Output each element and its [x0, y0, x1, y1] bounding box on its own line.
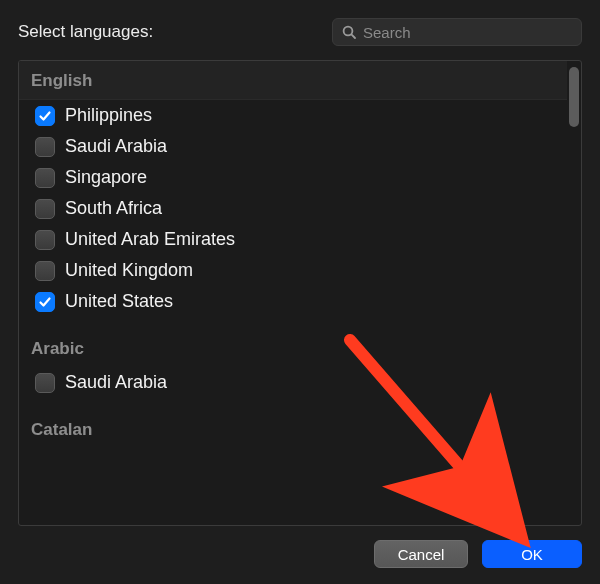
group-header-catalan: Catalan [19, 398, 567, 448]
checkbox[interactable] [35, 373, 55, 393]
dialog-header: Select languages: [18, 18, 582, 46]
language-item[interactable]: United Arab Emirates [19, 224, 567, 255]
language-label: Saudi Arabia [65, 372, 167, 393]
svg-line-1 [351, 34, 355, 38]
language-item[interactable]: Saudi Arabia [19, 367, 567, 398]
language-list-viewport[interactable]: English Philippines Saudi Arabia Singapo… [19, 61, 581, 525]
language-list: English Philippines Saudi Arabia Singapo… [18, 60, 582, 526]
checkbox[interactable] [35, 168, 55, 188]
checkbox[interactable] [35, 137, 55, 157]
language-item[interactable]: Singapore [19, 162, 567, 193]
group-header-arabic: Arabic [19, 317, 567, 367]
dialog-title: Select languages: [18, 22, 153, 42]
checkbox[interactable] [35, 230, 55, 250]
checkbox[interactable] [35, 261, 55, 281]
language-label: Philippines [65, 105, 152, 126]
cancel-button[interactable]: Cancel [374, 540, 468, 568]
language-label: United Kingdom [65, 260, 193, 281]
search-icon [341, 24, 357, 40]
language-item[interactable]: United States [19, 286, 567, 317]
group-header-english: English [19, 61, 567, 100]
language-label: Singapore [65, 167, 147, 188]
language-label: United States [65, 291, 173, 312]
language-item[interactable]: Philippines [19, 100, 567, 131]
scrollbar-thumb[interactable] [569, 67, 579, 127]
language-label: Saudi Arabia [65, 136, 167, 157]
language-item[interactable]: United Kingdom [19, 255, 567, 286]
language-selection-dialog: Select languages: English Philippines Sa… [0, 0, 600, 584]
language-item[interactable]: Saudi Arabia [19, 131, 567, 162]
check-icon [38, 109, 52, 123]
language-label: South Africa [65, 198, 162, 219]
search-field[interactable] [332, 18, 582, 46]
language-label: United Arab Emirates [65, 229, 235, 250]
ok-button[interactable]: OK [482, 540, 582, 568]
checkbox[interactable] [35, 199, 55, 219]
checkbox[interactable] [35, 106, 55, 126]
dialog-buttons: Cancel OK [18, 540, 582, 568]
language-item[interactable]: South Africa [19, 193, 567, 224]
check-icon [38, 295, 52, 309]
search-input[interactable] [363, 24, 573, 41]
checkbox[interactable] [35, 292, 55, 312]
